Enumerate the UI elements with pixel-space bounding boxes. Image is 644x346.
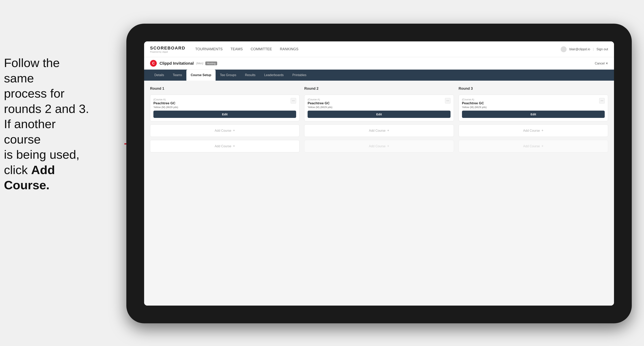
sub-header-logo: C (150, 60, 157, 67)
round-1-course-header: (Course A) Peachtree GC Yellow (M) (6629… (154, 98, 296, 109)
main-content: Round 1 (Course A) Peachtree GC Yellow (… (144, 81, 614, 306)
round-1-add-course-1[interactable]: Add Course + (150, 124, 300, 137)
round-1-edit-button[interactable]: Edit (154, 111, 296, 118)
round-3-course-name: Peachtree GC (462, 101, 487, 105)
round-1-course-label: (Course A) (154, 98, 178, 101)
round-2-column: Round 2 (Course A) Peachtree GC Yellow (… (304, 87, 454, 300)
cancel-button[interactable]: Cancel ✕ (595, 61, 608, 65)
round-2-add-course-plus-2: + (387, 144, 389, 148)
nav-links: TOURNAMENTS TEAMS COMMITTEE RANKINGS (195, 46, 561, 52)
sign-out-link[interactable]: Sign out (596, 47, 608, 51)
nav-divider: | (593, 47, 594, 51)
round-2-add-course-2: Add Course + (304, 140, 454, 152)
round-3-course-card: (Course A) Peachtree GC Yellow (M) (6629… (458, 95, 608, 121)
round-2-add-course-1[interactable]: Add Course + (304, 124, 454, 137)
tab-course-setup[interactable]: Course Setup (186, 70, 216, 81)
round-2-title: Round 2 (304, 87, 454, 91)
sub-header: C Clippd Invitational (Men) Hosting Canc… (144, 57, 614, 70)
round-1-course-name: Peachtree GC (154, 101, 178, 105)
round-1-card-menu-icon[interactable]: ⋯ (290, 98, 296, 104)
tab-results[interactable]: Results (241, 70, 260, 81)
nav-teams[interactable]: TEAMS (230, 46, 243, 52)
nav-avatar (561, 46, 566, 52)
round-3-course-header: (Course A) Peachtree GC Yellow (M) (6629… (462, 98, 605, 109)
round-3-title: Round 3 (458, 87, 608, 91)
round-1-add-course-plus-2: + (233, 144, 235, 148)
round-1-course-card: (Course A) Peachtree GC Yellow (M) (6629… (150, 95, 300, 121)
round-1-title: Round 1 (150, 87, 300, 91)
top-nav: SCOREBOARD Powered by clippd TOURNAMENTS… (144, 41, 614, 57)
logo-text: SCOREBOARD (150, 45, 186, 51)
logo-sub: Powered by clippd (150, 51, 186, 53)
tablet-screen: SCOREBOARD Powered by clippd TOURNAMENTS… (144, 41, 614, 306)
nav-rankings[interactable]: RANKINGS (280, 46, 298, 52)
round-3-column: Round 3 (Course A) Peachtree GC Yellow (… (458, 87, 608, 300)
tab-printables[interactable]: Printables (288, 70, 311, 81)
nav-tournaments[interactable]: TOURNAMENTS (195, 46, 223, 52)
round-1-add-course-plus-1: + (233, 129, 235, 133)
round-1-add-course-2[interactable]: Add Course + (150, 140, 300, 152)
nav-committee[interactable]: COMMITTEE (251, 46, 272, 52)
round-2-course-label: (Course A) (308, 98, 332, 101)
nav-right: blair@clippd.io | Sign out (561, 46, 608, 52)
annotation-text: Follow the same process for rounds 2 and… (4, 55, 91, 193)
tab-details[interactable]: Details (150, 70, 168, 81)
round-2-course-card: (Course A) Peachtree GC Yellow (M) (6629… (304, 95, 454, 121)
round-3-add-course-1[interactable]: Add Course + (458, 124, 608, 137)
hosting-badge: Hosting (205, 61, 217, 65)
round-2-edit-button[interactable]: Edit (308, 111, 450, 118)
round-3-card-menu-icon[interactable]: ⋯ (599, 98, 605, 104)
round-3-add-course-plus-1: + (541, 129, 544, 133)
round-3-edit-button[interactable]: Edit (462, 111, 605, 118)
round-3-add-course-2: Add Course + (458, 140, 608, 152)
nav-email: blair@clippd.io (569, 47, 590, 51)
logo-area: SCOREBOARD Powered by clippd (150, 45, 186, 53)
tournament-name: Clippd Invitational (160, 61, 194, 66)
round-1-course-info: (Course A) Peachtree GC Yellow (M) (6629… (154, 98, 178, 109)
tablet-frame: SCOREBOARD Powered by clippd TOURNAMENTS… (126, 24, 632, 323)
round-3-course-detail: Yellow (M) (6629 yds) (462, 106, 487, 109)
round-2-course-detail: Yellow (M) (6629 yds) (308, 106, 332, 109)
round-1-column: Round 1 (Course A) Peachtree GC Yellow (… (150, 87, 300, 300)
round-3-add-course-plus-2: + (541, 144, 544, 148)
tab-leaderboards[interactable]: Leaderboards (260, 70, 288, 81)
tab-bar: Details Teams Course Setup Tee Groups Re… (144, 70, 614, 81)
tab-teams[interactable]: Teams (168, 70, 186, 81)
round-2-course-name: Peachtree GC (308, 101, 332, 105)
tournament-tag: (Men) (196, 62, 203, 65)
round-2-add-course-plus-1: + (387, 129, 389, 133)
round-3-course-label: (Course A) (462, 98, 487, 101)
tab-tee-groups[interactable]: Tee Groups (216, 70, 241, 81)
round-3-course-info: (Course A) Peachtree GC Yellow (M) (6629… (462, 98, 487, 109)
round-2-course-header: (Course A) Peachtree GC Yellow (M) (6629… (308, 98, 450, 109)
round-1-course-detail: Yellow (M) (6629 yds) (154, 106, 178, 109)
round-2-card-menu-icon[interactable]: ⋯ (445, 98, 450, 104)
round-2-course-info: (Course A) Peachtree GC Yellow (M) (6629… (308, 98, 332, 109)
